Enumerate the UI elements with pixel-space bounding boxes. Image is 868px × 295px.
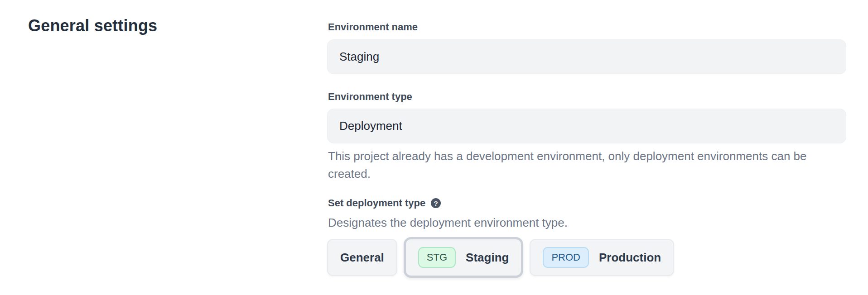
deployment-type-options: General STG Staging PROD Production: [327, 237, 674, 278]
deployment-type-description: Designates the deployment environment ty…: [328, 216, 568, 230]
environment-name-label: Environment name: [328, 21, 418, 33]
deployment-type-label: Set deployment type: [328, 197, 425, 209]
deployment-option-staging-label: Staging: [466, 251, 509, 265]
stg-badge: STG: [418, 247, 456, 268]
deployment-option-general-label: General: [340, 251, 384, 265]
environment-type-label: Environment type: [328, 91, 412, 103]
prod-badge: PROD: [543, 247, 589, 268]
deployment-option-production-label: Production: [599, 251, 661, 265]
deployment-option-staging-button[interactable]: STG Staging: [404, 237, 524, 278]
deployment-option-production-button[interactable]: PROD Production: [530, 239, 674, 276]
settings-form: Environment name Environment type This p…: [327, 0, 846, 295]
environment-name-input[interactable]: [327, 39, 846, 74]
environment-type-input[interactable]: [327, 109, 846, 143]
page-title: General settings: [28, 16, 157, 35]
deployment-type-label-row: Set deployment type ?: [328, 197, 441, 209]
general-settings-page: General settings Environment name Enviro…: [0, 0, 868, 295]
deployment-option-general-button[interactable]: General: [327, 239, 397, 276]
environment-type-help-text: This project already has a development e…: [328, 148, 844, 183]
help-icon[interactable]: ?: [431, 198, 441, 208]
